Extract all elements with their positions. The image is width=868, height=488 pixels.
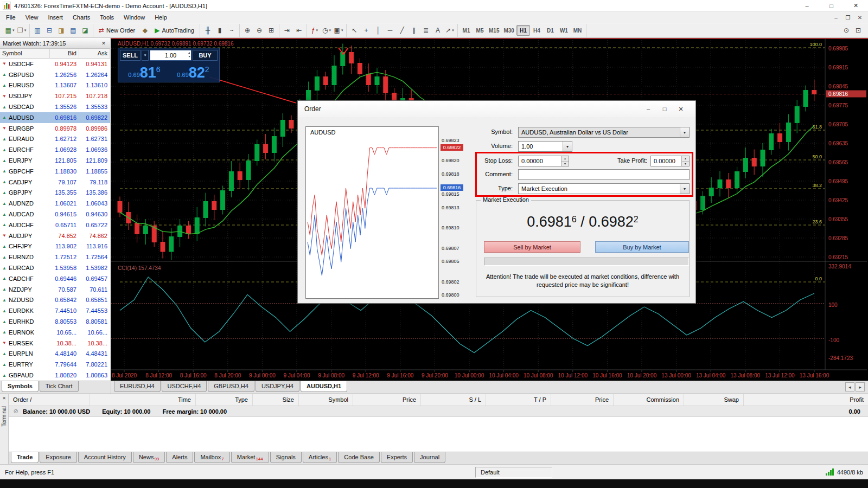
timeframe-m5-button[interactable]: M5 xyxy=(473,25,487,36)
tab-tick-chart[interactable]: Tick Chart xyxy=(40,381,79,392)
market-watch-row[interactable]: ▼USDCHF0.941230.94131 xyxy=(0,59,110,69)
indicators-button[interactable]: ƒ▾ xyxy=(309,24,321,36)
timeframe-h4-button[interactable]: H4 xyxy=(530,25,544,36)
profiles-button[interactable]: ❐▾ xyxy=(16,24,28,36)
terminal-tab-market[interactable]: Market144 xyxy=(231,452,269,463)
terminal-tab-journal[interactable]: Journal xyxy=(414,452,445,463)
market-watch-row[interactable]: ▼EURSEK10.38...10.38... xyxy=(0,338,110,349)
terminal-tab-signals[interactable]: Signals xyxy=(270,452,302,463)
buy-by-market-button[interactable]: Buy by Market xyxy=(595,241,689,253)
market-watch-row[interactable]: ▲CADJPY79.10779.118 xyxy=(0,177,110,188)
market-watch-row[interactable]: ▲EURPLN4.481404.48431 xyxy=(0,349,110,359)
quick-sell-price-button[interactable]: 0.69 81 6 xyxy=(120,62,169,80)
market-watch-row[interactable]: ▲AUDNZD1.060211.06043 xyxy=(0,198,110,209)
data-window-button[interactable]: ⊟ xyxy=(43,24,55,36)
symbol-select[interactable]: AUDUSD, Australian Dollar vs US Dollar ▾ xyxy=(518,127,690,138)
timeframe-w1-button[interactable]: W1 xyxy=(557,25,571,36)
sell-by-market-button[interactable]: Sell by Market xyxy=(484,241,580,253)
terminal-tab-mailbox[interactable]: Mailbox7 xyxy=(194,452,229,463)
timeframe-m30-button[interactable]: M30 xyxy=(501,25,516,36)
metaeditor-button[interactable]: ◆ xyxy=(139,24,151,36)
chevron-down-icon[interactable]: ▾ xyxy=(680,184,689,194)
menu-view[interactable]: View xyxy=(21,12,43,22)
terminal-tab-account-history[interactable]: Account History xyxy=(78,452,132,463)
market-watch-row[interactable]: ▲EURNOK10.65...10.66... xyxy=(0,327,110,338)
market-watch-row[interactable]: ▲AUDCAD0.946150.94630 xyxy=(0,209,110,220)
menu-file[interactable]: File xyxy=(1,12,21,22)
column-header-ask[interactable]: Ask xyxy=(79,49,110,58)
terminal-tab-trade[interactable]: Trade xyxy=(11,452,39,463)
market-watch-button[interactable]: ▥ xyxy=(31,24,43,36)
chart-tab-eurusd-h4[interactable]: EURUSD,H4 xyxy=(114,381,161,392)
take-profit-input[interactable]: 0.00000 ▴▾ xyxy=(650,156,690,166)
terminal-tab-articles[interactable]: Articles1 xyxy=(303,452,337,463)
menu-charts[interactable]: Charts xyxy=(68,12,95,22)
market-watch-close-icon[interactable]: ✕ xyxy=(100,41,107,46)
market-watch-row[interactable]: ▲EURCAD1.539581.53982 xyxy=(0,262,110,273)
autotrading-button[interactable]: ▶AutoTrading xyxy=(151,24,198,36)
dialog-maximize-button[interactable]: □ xyxy=(656,104,673,114)
mdi-close-button[interactable]: ✕ xyxy=(854,12,866,22)
stop-loss-input[interactable]: 0.00000 ▴▾ xyxy=(518,156,569,166)
quick-sell-dropdown-icon[interactable]: ▾ xyxy=(142,50,149,61)
stop-loss-spinner[interactable]: ▴▾ xyxy=(561,156,569,166)
tile-windows-button[interactable]: ⊞ xyxy=(265,24,277,36)
timeframe-mn-button[interactable]: MN xyxy=(571,25,584,36)
market-watch-row[interactable]: ▲EURAUD1.627121.62731 xyxy=(0,134,110,145)
market-watch-row[interactable]: ▲CHFJPY113.902113.916 xyxy=(0,241,110,252)
dialog-close-button[interactable]: ✕ xyxy=(673,104,689,114)
timeframe-m15-button[interactable]: M15 xyxy=(487,25,501,36)
terminal-tab-alerts[interactable]: Alerts xyxy=(166,452,193,463)
status-profile[interactable]: Default xyxy=(475,467,552,478)
market-watch-row[interactable]: ▼USDJPY107.215107.218 xyxy=(0,91,110,101)
comment-input[interactable] xyxy=(518,169,690,180)
market-watch-row[interactable]: ▼AUDJPY74.85274.862 xyxy=(0,230,110,241)
market-watch-row[interactable]: ▲EURDKK7.445107.44553 xyxy=(0,305,110,316)
zoom-out-button[interactable]: ⊖ xyxy=(253,24,265,36)
templates-button[interactable]: ▣▾ xyxy=(333,24,344,36)
quick-buy-button[interactable]: BUY xyxy=(193,50,218,61)
terminal-close-icon[interactable]: ✕ xyxy=(2,396,6,401)
minimize-button[interactable]: – xyxy=(795,0,819,12)
market-watch-row[interactable]: ▲GBPAUD1.808201.80863 xyxy=(0,370,110,381)
market-watch-row[interactable]: ▲EURHKD8.805538.80581 xyxy=(0,316,110,327)
mdi-minimize-button[interactable]: – xyxy=(830,12,842,22)
bar-chart-button[interactable]: ╫ xyxy=(202,24,214,36)
column-header-bid[interactable]: Bid xyxy=(50,49,79,58)
quick-buy-price-button[interactable]: 0.69 82 2 xyxy=(169,62,218,80)
line-chart-button[interactable]: ~ xyxy=(226,24,238,36)
window-layout-button[interactable]: ⊡ xyxy=(852,24,864,36)
candlestick-chart-button[interactable]: ▮ xyxy=(214,24,226,36)
tab-next-icon[interactable]: ▸ xyxy=(856,382,865,391)
volume-select[interactable]: 1.00 ▾ xyxy=(518,141,572,152)
arrows-button[interactable]: ↗▾ xyxy=(444,24,456,36)
menu-insert[interactable]: Insert xyxy=(43,12,68,22)
close-button[interactable]: ✕ xyxy=(844,0,868,12)
market-watch-row[interactable]: ▲CADCHF0.694460.69457 xyxy=(0,273,110,284)
trendline-button[interactable]: ╱ xyxy=(396,24,408,36)
text-button[interactable]: A xyxy=(432,24,444,36)
market-watch-row[interactable]: ▲NZDJPY70.58770.611 xyxy=(0,284,110,295)
navigator-button[interactable]: ◨ xyxy=(55,24,67,36)
tab-symbols[interactable]: Symbols xyxy=(2,381,39,392)
chevron-down-icon[interactable]: ▾ xyxy=(680,127,689,137)
terminal-panel-button[interactable]: ▤ xyxy=(67,24,79,36)
quick-sell-button[interactable]: SELL xyxy=(120,50,141,61)
chart-tab-usdchf-h4[interactable]: USDCHF,H4 xyxy=(162,381,207,392)
vertical-line-button[interactable]: │ xyxy=(372,24,384,36)
quick-volume-spinner[interactable]: ▴▾ xyxy=(188,51,190,59)
search-button[interactable]: ⊙ xyxy=(840,24,852,36)
market-watch-row[interactable]: ▲EURTRY7.796447.80221 xyxy=(0,359,110,370)
fibonacci-button[interactable]: ≣ xyxy=(420,24,432,36)
timeframe-h1-button[interactable]: H1 xyxy=(516,25,530,36)
timeframe-m1-button[interactable]: M1 xyxy=(459,25,473,36)
chart-shift-button[interactable]: ⇤ xyxy=(293,24,305,36)
quick-volume-input[interactable]: 1.00 ▴▾ xyxy=(150,50,192,61)
market-watch-row[interactable]: ▲AUDUSD0.698160.69822 xyxy=(0,112,110,123)
market-watch-row[interactable]: ▲USDCAD1.355261.35533 xyxy=(0,101,110,112)
strategy-tester-button[interactable]: ◪ xyxy=(79,24,91,36)
terminal-tab-experts[interactable]: Experts xyxy=(381,452,413,463)
crosshair-button[interactable]: + xyxy=(360,24,372,36)
market-watch-row[interactable]: ▲EURUSD1.136071.13610 xyxy=(0,80,110,91)
market-watch-row[interactable]: ▲AUDCHF0.657110.65722 xyxy=(0,220,110,230)
